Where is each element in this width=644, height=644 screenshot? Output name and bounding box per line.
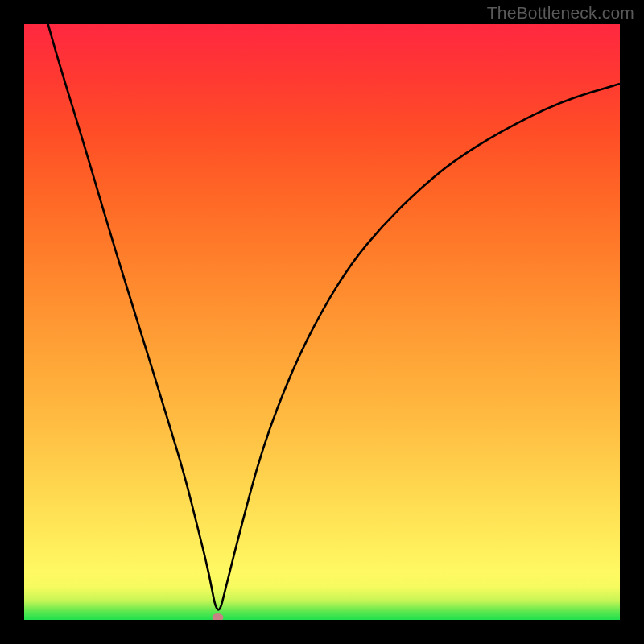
gradient-background	[24, 24, 620, 620]
watermark-text: TheBottleneck.com	[487, 3, 634, 23]
plot-area	[24, 24, 620, 620]
